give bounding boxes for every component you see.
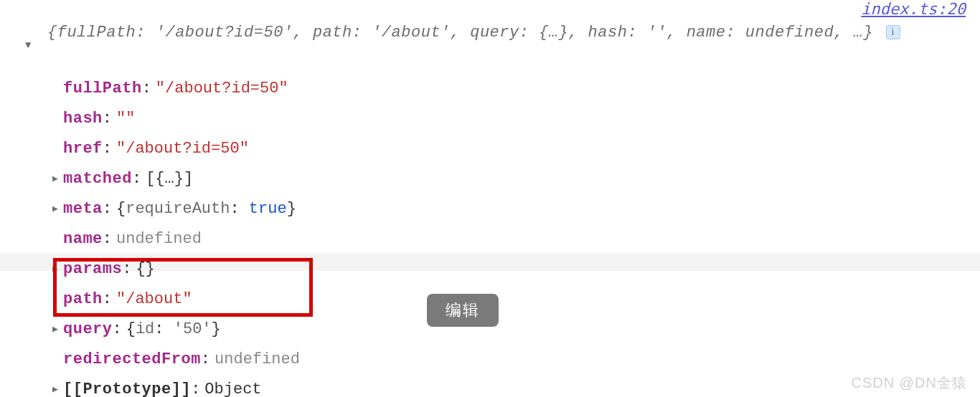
prop-key: redirectedFrom [63, 350, 201, 368]
prop-key: [[Prototype]] [63, 381, 191, 398]
prop-matched[interactable]: ▶ matched: [{…}] [47, 163, 300, 193]
source-location-link[interactable]: index.ts:20 [861, 0, 966, 18]
object-summary[interactable]: {fullPath: '/about?id=50', path: '/about… [47, 20, 951, 45]
prop-fullpath[interactable]: ▶ fullPath: "/about?id=50" [47, 73, 300, 103]
prop-path[interactable]: ▶ path: "/about" [47, 284, 300, 314]
prop-value: {id: '50'} [126, 320, 221, 338]
prop-key: meta [63, 200, 103, 218]
prop-value: "/about?id=50" [156, 80, 288, 97]
prop-value: [{…}] [146, 170, 193, 188]
prop-href[interactable]: ▶ href: "/about?id=50" [47, 133, 300, 163]
prop-value: "/about" [116, 290, 192, 308]
prop-value: "/about?id=50" [116, 140, 249, 158]
expand-arrow-down-icon[interactable]: ▼ [25, 39, 31, 51]
prop-key: name [63, 230, 103, 248]
prop-hash[interactable]: ▶ hash: "" [47, 103, 300, 133]
prop-key: query [63, 320, 113, 338]
prop-name[interactable]: ▶ name: undefined [47, 224, 300, 254]
prop-value: undefined [116, 230, 202, 248]
prop-value: {requireAuth: true} [116, 200, 296, 218]
prop-value: {} [136, 260, 154, 278]
prop-key: matched [63, 170, 132, 188]
prop-prototype[interactable]: ▶ [[Prototype]]: Object [47, 374, 300, 397]
edit-button[interactable]: 编辑 [427, 294, 499, 327]
prop-query[interactable]: ▶ query: {id: '50'} [47, 314, 300, 344]
prop-key: path [63, 290, 103, 308]
expand-arrow-icon[interactable]: ▶ [47, 173, 63, 184]
property-list: ▶ fullPath: "/about?id=50" ▶ hash: "" ▶ … [47, 73, 300, 397]
prop-params[interactable]: ▶ params: {} [47, 254, 300, 284]
info-icon[interactable]: i [886, 25, 900, 39]
prop-value: Object [204, 381, 261, 398]
prop-key: hash [63, 110, 103, 128]
summary-text: {fullPath: '/about?id=50', path: '/about… [47, 24, 873, 42]
expand-arrow-icon[interactable]: ▶ [47, 263, 63, 274]
prop-value: "" [116, 110, 135, 128]
prop-value: undefined [215, 350, 300, 368]
watermark-text: CSDN @DN金猿 [852, 373, 967, 393]
expand-arrow-icon[interactable]: ▶ [47, 203, 63, 214]
prop-key: href [63, 140, 103, 158]
prop-meta[interactable]: ▶ meta: {requireAuth: true} [47, 193, 300, 224]
prop-redirectedfrom[interactable]: ▶ redirectedFrom: undefined [47, 344, 300, 374]
prop-key: params [63, 260, 122, 278]
prop-key: fullPath [63, 80, 142, 97]
expand-arrow-icon[interactable]: ▶ [47, 383, 63, 395]
expand-arrow-icon[interactable]: ▶ [47, 323, 63, 335]
